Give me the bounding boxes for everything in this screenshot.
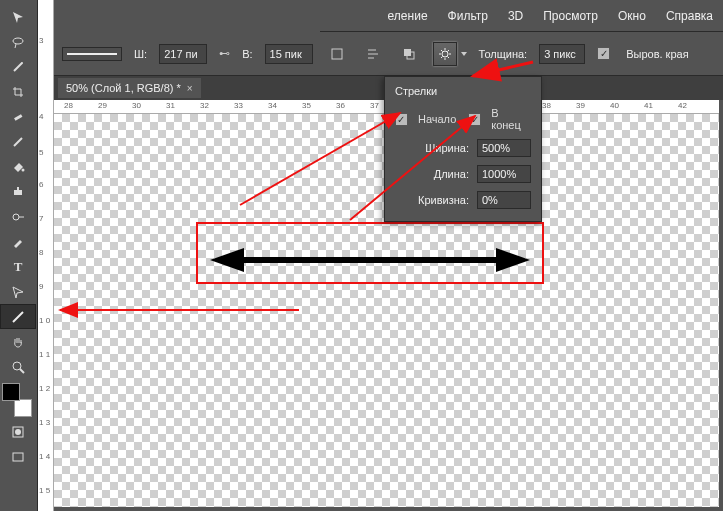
tool-heal[interactable] <box>0 104 36 129</box>
tool-move[interactable] <box>0 4 36 29</box>
pathop-icon[interactable] <box>325 42 349 66</box>
annotation-box <box>196 222 544 284</box>
document-tab[interactable]: 50% (Слой 1, RGB/8) * × <box>58 78 201 98</box>
svg-point-11 <box>15 429 21 435</box>
svg-point-8 <box>13 362 21 370</box>
align-icon[interactable] <box>361 42 385 66</box>
menubar: еление Фильтр 3D Просмотр Окно Справка <box>320 0 723 32</box>
color-swatch[interactable] <box>0 383 36 419</box>
svg-point-16 <box>442 51 448 57</box>
svg-rect-13 <box>332 49 342 59</box>
ruler-vertical: 3 4 5 6 7 8 9 1 0 1 1 1 2 1 3 1 4 1 5 <box>38 0 54 511</box>
flyout-curve-label: Кривизна: <box>395 194 469 206</box>
end-label: В конец <box>491 107 531 131</box>
menu-item[interactable]: Справка <box>656 5 723 27</box>
flyout-length-input[interactable] <box>477 165 531 183</box>
svg-point-1 <box>21 62 23 64</box>
thickness-label: Толщина: <box>479 48 528 60</box>
svg-rect-4 <box>14 190 22 195</box>
flyout-curve-input[interactable] <box>477 191 531 209</box>
gear-dropdown-icon[interactable] <box>461 47 467 61</box>
tool-quickmask[interactable] <box>0 419 36 444</box>
svg-line-9 <box>20 369 24 373</box>
svg-rect-12 <box>13 453 23 461</box>
tool-clone[interactable] <box>0 179 36 204</box>
tool-dodge[interactable] <box>0 204 36 229</box>
tool-wand[interactable] <box>0 54 36 79</box>
tool-screenmode[interactable] <box>0 444 36 469</box>
link-icon[interactable]: ⊷ <box>219 47 230 60</box>
flyout-width-input[interactable] <box>477 139 531 157</box>
end-checkbox[interactable]: ✓ <box>468 113 481 126</box>
arrow-settings-flyout: Стрелки ✓ Начало ✓ В конец Ширина: Длина… <box>384 76 542 222</box>
svg-point-0 <box>13 38 23 44</box>
tool-bucket[interactable] <box>0 154 36 179</box>
height-label: В: <box>242 48 252 60</box>
arrange-icon[interactable] <box>397 42 421 66</box>
tool-eyedropper[interactable] <box>0 229 36 254</box>
svg-rect-2 <box>14 114 22 121</box>
thickness-input[interactable] <box>539 44 585 64</box>
menu-item[interactable]: Окно <box>608 5 656 27</box>
menu-item[interactable]: Просмотр <box>533 5 608 27</box>
flyout-title: Стрелки <box>385 83 541 103</box>
tool-zoom[interactable] <box>0 354 36 379</box>
tool-lasso[interactable] <box>0 29 36 54</box>
stroke-preview[interactable] <box>62 47 122 61</box>
height-input[interactable] <box>265 44 313 64</box>
svg-rect-5 <box>17 187 19 190</box>
width-input[interactable] <box>159 44 207 64</box>
foreground-swatch[interactable] <box>2 383 20 401</box>
tab-title: 50% (Слой 1, RGB/8) * <box>66 82 181 94</box>
align-edge-checkbox[interactable]: ✓ <box>597 47 610 60</box>
width-label: Ш: <box>134 48 147 60</box>
align-edge-label: Выров. края <box>626 48 688 60</box>
tool-line[interactable] <box>0 304 36 329</box>
menu-item[interactable]: еление <box>378 5 438 27</box>
flyout-width-label: Ширина: <box>395 142 469 154</box>
options-bar: Ш: ⊷ В: Толщина: ✓ Выров. края <box>54 32 723 76</box>
svg-point-3 <box>22 168 25 171</box>
tool-brush[interactable] <box>0 129 36 154</box>
menu-item[interactable]: Фильтр <box>438 5 498 27</box>
tool-hand[interactable] <box>0 329 36 354</box>
background-swatch[interactable] <box>14 399 32 417</box>
tool-type[interactable]: T <box>0 254 36 279</box>
flyout-length-label: Длина: <box>395 168 469 180</box>
svg-line-7 <box>13 312 23 322</box>
close-icon[interactable]: × <box>187 83 193 94</box>
start-checkbox[interactable]: ✓ <box>395 113 408 126</box>
svg-point-6 <box>13 214 19 220</box>
menu-item[interactable]: 3D <box>498 5 533 27</box>
tool-path[interactable] <box>0 279 36 304</box>
toolbox: T <box>0 0 38 511</box>
gear-icon[interactable] <box>433 42 457 66</box>
tool-crop[interactable] <box>0 79 36 104</box>
start-label: Начало <box>418 113 456 125</box>
